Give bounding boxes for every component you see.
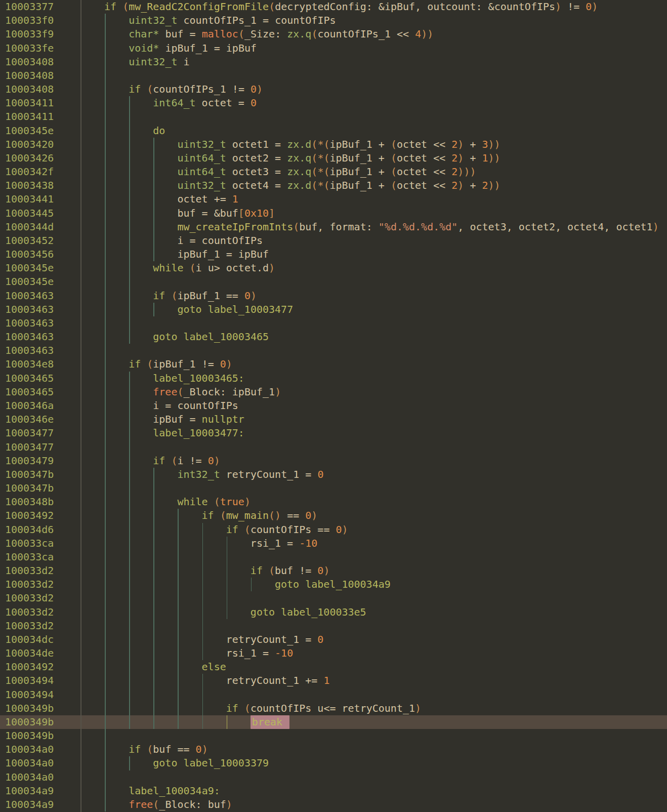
line-address: 10003463 (5, 330, 54, 344)
code-line[interactable]: 10003408if (countOfIPs_1 != 0) (0, 83, 667, 96)
code-line[interactable]: 100034a9free(_Block: buf) (0, 798, 667, 811)
code-line[interactable]: 1000345ewhile (i u> octet.d) (0, 261, 667, 275)
indent-guide (105, 316, 106, 330)
code-line[interactable]: 10003377if (mw_ReadC2ConfigFromFile(decr… (0, 0, 667, 14)
code-line[interactable]: 1000346eipBuf = nullptr (0, 413, 667, 426)
token-p: ( (190, 262, 196, 274)
line-address: 1000347b (5, 481, 54, 495)
code-line[interactable]: 10003463 (0, 344, 667, 357)
line-address: 10003408 (5, 55, 54, 69)
code-line[interactable]: 10003411int64_t octet = 0 (0, 96, 667, 110)
code-line[interactable]: 100033d2 (0, 619, 667, 633)
code-text: ipBuf = nullptr (153, 413, 244, 426)
code-line[interactable]: 10003492if (mw_main() == 0) (0, 509, 667, 522)
token-p: )) (488, 179, 501, 191)
code-line[interactable]: 100034e8if (ipBuf_1 != 0) (0, 357, 667, 371)
indent-guide (105, 591, 106, 605)
code-line-selected[interactable]: 1000349bbreak (0, 715, 667, 729)
indent-guide (202, 633, 203, 646)
code-text: uint32_t countOfIPs_1 = countOfIPs (129, 14, 336, 27)
code-line[interactable]: 1000342fuint64_t octet3 = zx.q(*(ipBuf_1… (0, 165, 667, 179)
code-line[interactable]: 10003465label_10003465: (0, 372, 667, 385)
token-ty: char* (129, 28, 159, 40)
code-line[interactable]: 1000346ai = countOfIPs (0, 399, 667, 413)
code-text: uint32_t octet4 = zx.d(*(ipBuf_1 + (octe… (177, 179, 500, 192)
code-line[interactable]: 100034dersi_1 = -10 (0, 646, 667, 660)
code-line[interactable]: 100033f9char* buf = malloc(_Size: zx.q(c… (0, 27, 667, 41)
code-line[interactable]: 10003408 (0, 69, 667, 83)
code-line[interactable]: 1000345e (0, 275, 667, 289)
code-line[interactable]: 10003479if (i != 0) (0, 454, 667, 468)
indent-guide (153, 605, 154, 619)
code-line[interactable]: 10003456ipBuf_1 = ipBuf (0, 248, 667, 261)
code-line[interactable]: 10003477 (0, 440, 667, 454)
code-line[interactable]: 100034a0goto label_10003379 (0, 756, 667, 770)
code-line[interactable]: 100034a0if (buf == 0) (0, 743, 667, 756)
indent-guide (202, 550, 203, 564)
code-line[interactable]: 100033f0uint32_t countOfIPs_1 = countOfI… (0, 14, 667, 27)
code-line[interactable]: 10003445buf = &buf[0x10] (0, 207, 667, 220)
indent-guide (153, 523, 154, 537)
code-line[interactable]: 10003463if (ipBuf_1 == 0) (0, 289, 667, 303)
code-line[interactable]: 10003492else (0, 660, 667, 674)
code-line[interactable]: 10003494 (0, 688, 667, 702)
line-address: 10003463 (5, 316, 54, 330)
token-kw: if (104, 1, 122, 13)
token-p: ) (251, 290, 257, 302)
code-line[interactable]: 10003452i = countOfIPs (0, 234, 667, 248)
code-line[interactable]: 10003494retryCount_1 += 1 (0, 674, 667, 687)
indent-guide (105, 646, 106, 660)
selected-token[interactable]: break (251, 715, 289, 729)
token-v: buf == (153, 743, 195, 755)
code-line[interactable]: 100033carsi_1 = -10 (0, 537, 667, 550)
code-line[interactable]: 100034a9label_100034a9: (0, 784, 667, 798)
code-line[interactable]: 100033d2if (buf != 0) (0, 564, 667, 578)
code-line[interactable]: 1000345edo (0, 124, 667, 138)
code-line[interactable]: 10003477label_10003477: (0, 426, 667, 440)
line-address: 10003477 (5, 440, 54, 454)
code-line[interactable]: 100033d2goto label_100034a9 (0, 578, 667, 591)
code-line[interactable]: 10003426uint64_t octet2 = zx.q(*(ipBuf_1… (0, 151, 667, 165)
indent-guide (105, 578, 106, 591)
code-text: goto label_10003465 (153, 330, 269, 344)
code-line[interactable]: 10003465free(_Block: ipBuf_1) (0, 385, 667, 399)
code-line[interactable]: 10003420uint32_t octet1 = zx.d(*(ipBuf_1… (0, 138, 667, 151)
code-line[interactable]: 10003463goto label_10003477 (0, 303, 667, 316)
indent-guide (153, 495, 154, 509)
code-line[interactable]: 100033d2goto label_100033e5 (0, 605, 667, 619)
code-line[interactable]: 1000349b (0, 729, 667, 743)
token-p: ) (342, 523, 348, 536)
code-line[interactable]: 1000347b (0, 481, 667, 495)
code-line[interactable]: 10003463 (0, 316, 667, 330)
code-line[interactable]: 100034d6if (countOfIPs == 0) (0, 523, 667, 537)
code-line[interactable]: 100034a0 (0, 770, 667, 784)
token-v: ipBuf_1 == (177, 290, 244, 302)
token-v: countOfIPs_1 = countOfIPs (177, 14, 336, 26)
code-line[interactable]: 1000349bif (countOfIPs u<= retryCount_1) (0, 702, 667, 715)
indent-guide (129, 413, 130, 426)
code-line[interactable]: 10003408uint32_t i (0, 55, 667, 69)
indent-guide (129, 605, 130, 619)
code-line[interactable]: 1000344dmw_createIpFromInts(buf, format:… (0, 220, 667, 234)
token-v: == (281, 509, 305, 521)
code-line[interactable]: 100034dcretryCount_1 = 0 (0, 633, 667, 646)
code-line[interactable]: 10003441octet += 1 (0, 192, 667, 206)
indent-guide (129, 674, 130, 687)
indent-guide (105, 660, 106, 674)
token-p: ( (238, 28, 244, 40)
token-n: 0 (317, 564, 323, 577)
code-line[interactable]: 1000348bwhile (true) (0, 495, 667, 509)
code-line[interactable]: 100033ca (0, 550, 667, 564)
code-line[interactable]: 100033fevoid* ipBuf_1 = ipBuf (0, 42, 667, 55)
token-kw: do (153, 125, 165, 137)
code-line[interactable]: 100033d2 (0, 591, 667, 605)
indent-guide (105, 372, 106, 385)
token-p: ( (391, 166, 397, 178)
token-v: + (464, 138, 482, 150)
code-line[interactable]: 10003411 (0, 110, 667, 124)
token-kw: if (129, 358, 147, 370)
indent-guide (129, 688, 130, 702)
code-line[interactable]: 1000347bint32_t retryCount_1 = 0 (0, 468, 667, 481)
code-line[interactable]: 10003463goto label_10003465 (0, 330, 667, 344)
code-line[interactable]: 10003438uint32_t octet4 = zx.d(*(ipBuf_1… (0, 179, 667, 192)
